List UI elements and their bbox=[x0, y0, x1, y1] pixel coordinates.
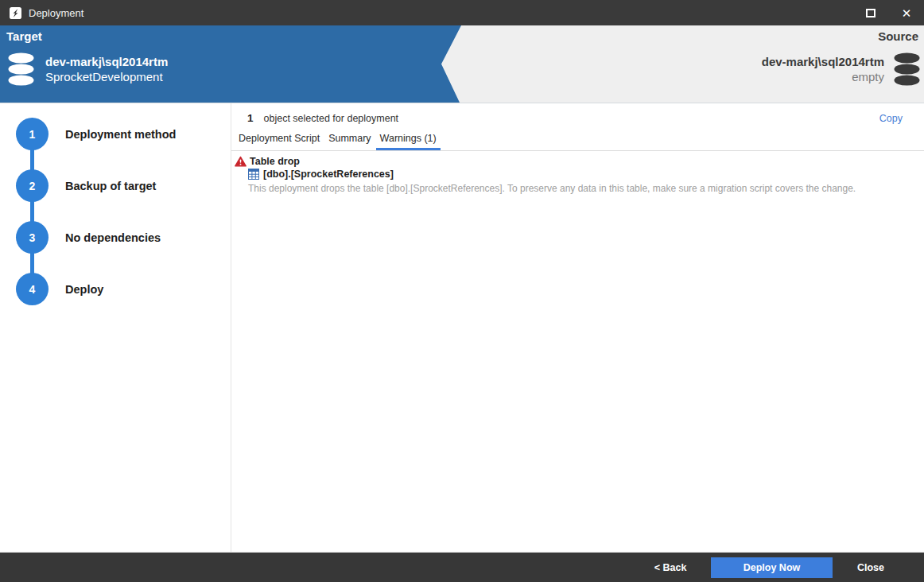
warning-description: This deployment drops the table [dbo].[S… bbox=[248, 183, 908, 194]
table-icon bbox=[248, 169, 259, 180]
step-item-backup-of-target[interactable]: 2 Backup of target bbox=[16, 169, 156, 202]
step-label: Deployment method bbox=[65, 128, 176, 141]
selected-object-count: 1 bbox=[247, 112, 254, 124]
steps-sidebar: 1 Deployment method 2 Backup of target 3… bbox=[0, 103, 231, 553]
deployment-window: Deployment ✕ Target dev-markj\sql2014rtm… bbox=[0, 0, 924, 582]
maximize-button[interactable] bbox=[852, 0, 889, 25]
source-database-icon bbox=[894, 52, 920, 86]
source-label: Source bbox=[878, 29, 918, 43]
close-button[interactable]: Close bbox=[833, 557, 909, 578]
source-text: dev-markj\sql2014rtm empty bbox=[762, 54, 884, 84]
step-number-badge: 3 bbox=[16, 221, 49, 254]
deploy-now-button[interactable]: Deploy Now bbox=[711, 557, 833, 578]
step-item-deploy[interactable]: 4 Deploy bbox=[16, 273, 103, 305]
target-database-name: SprocketDevelopment bbox=[45, 69, 168, 84]
step-label: Backup of target bbox=[65, 180, 156, 192]
source-server: dev-markj\sql2014rtm bbox=[762, 54, 884, 69]
close-icon: ✕ bbox=[902, 7, 912, 19]
deployment-panel: 1 object selected for deployment Copy De… bbox=[231, 103, 924, 553]
selection-summary: 1 object selected for deployment Copy bbox=[231, 103, 924, 125]
comparison-header: Target dev-markj\sql2014rtm SprocketDeve… bbox=[0, 25, 924, 103]
warning-item: Table drop bbox=[235, 156, 908, 167]
title-bar: Deployment ✕ bbox=[0, 0, 924, 25]
target-server: dev-markj\sql2014rtm bbox=[45, 54, 168, 69]
window-controls: ✕ bbox=[852, 0, 924, 25]
tab-deployment-script[interactable]: Deployment Script bbox=[235, 133, 324, 150]
window-title: Deployment bbox=[29, 7, 83, 19]
step-item-deployment-method[interactable]: 1 Deployment method bbox=[16, 118, 176, 150]
target-label: Target bbox=[6, 29, 42, 43]
warning-object-row: [dbo].[SprocketReferences] bbox=[248, 169, 908, 180]
warning-object-name: [dbo].[SprocketReferences] bbox=[263, 169, 394, 180]
step-label: No dependencies bbox=[65, 231, 161, 244]
warning-title: Table drop bbox=[250, 156, 300, 167]
source-info: dev-markj\sql2014rtm empty bbox=[762, 52, 920, 86]
copy-link[interactable]: Copy bbox=[879, 113, 903, 124]
target-database-icon bbox=[8, 52, 34, 86]
back-button[interactable]: < Back bbox=[635, 557, 706, 578]
step-label: Deploy bbox=[65, 283, 103, 296]
step-number-badge: 4 bbox=[16, 273, 49, 305]
tab-warnings[interactable]: Warnings (1) bbox=[376, 133, 441, 150]
step-number-badge: 2 bbox=[16, 169, 49, 202]
app-icon bbox=[10, 7, 21, 19]
target-text: dev-markj\sql2014rtm SprocketDevelopment bbox=[45, 54, 168, 84]
step-item-no-dependencies[interactable]: 3 No dependencies bbox=[16, 221, 161, 254]
target-info: dev-markj\sql2014rtm SprocketDevelopment bbox=[8, 52, 168, 86]
content-area: 1 Deployment method 2 Backup of target 3… bbox=[0, 103, 924, 553]
step-connector-line bbox=[30, 134, 34, 289]
warnings-list: Table drop [dbo].[SprocketReferences] Th… bbox=[231, 151, 924, 194]
warning-icon bbox=[235, 156, 247, 167]
maximize-icon bbox=[866, 9, 875, 17]
footer-bar: < Back Deploy Now Close bbox=[0, 552, 924, 582]
tab-summary[interactable]: Summary bbox=[324, 133, 375, 150]
tab-bar: Deployment Script Summary Warnings (1) bbox=[231, 133, 924, 151]
selection-description: object selected for deployment bbox=[264, 113, 399, 125]
step-number-badge: 1 bbox=[16, 118, 49, 150]
window-close-button[interactable]: ✕ bbox=[889, 0, 924, 25]
source-database-name: empty bbox=[762, 69, 884, 84]
